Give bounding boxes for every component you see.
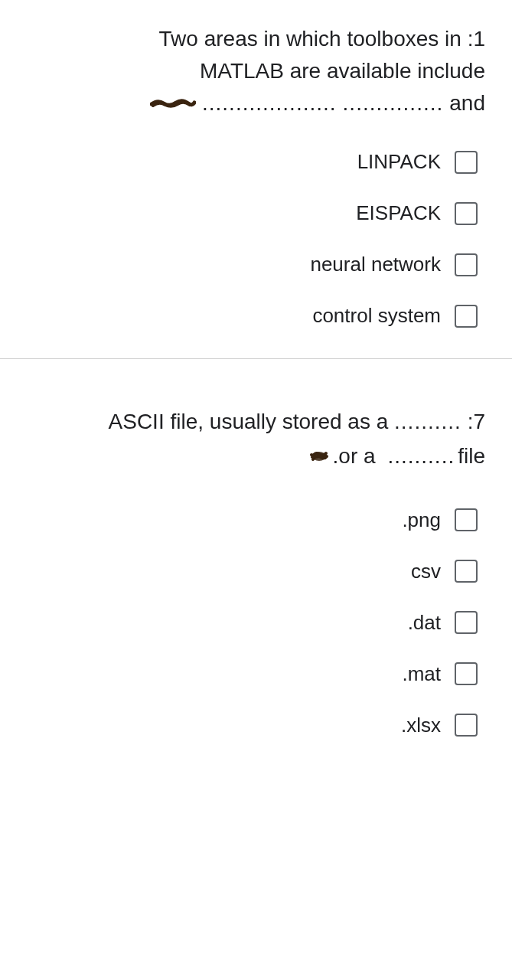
q1-line1: Two areas in which toolboxes in [159,27,461,51]
option-row: csv [411,560,478,583]
option-row: .xlsx [401,714,478,737]
q2-file: file [458,439,485,474]
q2-dots2: .......... [387,439,455,474]
option-row: control system [312,304,478,328]
checkbox-xlsx[interactable] [455,714,478,737]
option-label: csv [411,560,441,583]
q1-options: LINPACK EISPACK neural network control s… [27,150,485,328]
checkbox-mat[interactable] [455,662,478,685]
option-label: EISPACK [356,201,441,225]
q2-or-a: .or a [333,439,376,474]
option-label: control system [312,304,441,328]
option-label: LINPACK [357,150,441,174]
scribble-icon [308,448,330,465]
q1-and: and [449,87,485,119]
checkbox-control-system[interactable] [455,305,478,328]
question-2-text: ASCII file, usually stored as a ........… [19,405,485,474]
option-row: LINPACK [357,150,478,174]
q1-dots1: .................... [202,87,337,119]
checkbox-eispack[interactable] [455,202,478,225]
option-label: neural network [310,253,441,276]
q2-number: :7 [468,410,485,433]
checkbox-dat[interactable] [455,611,478,634]
scribble-icon [150,100,196,110]
option-label: .png [402,508,441,532]
q1-number: :1 [468,27,485,51]
option-row: EISPACK [356,201,478,225]
option-row: .mat [402,662,478,686]
question-1-block: Two areas in which toolboxes in :1 MATLA… [0,0,512,358]
q2-line1-pre: ASCII file, usually stored as a [109,410,389,433]
svg-point-0 [312,452,326,461]
option-label: .xlsx [401,714,441,737]
checkbox-csv[interactable] [455,560,478,583]
q2-dots1: .......... [394,410,461,433]
option-row: .dat [408,611,478,635]
checkbox-png[interactable] [455,508,478,531]
q1-dots2: ............... [343,87,444,119]
q2-options: .png csv .dat .mat .xlsx [19,508,485,737]
question-1-text: Two areas in which toolboxes in :1 MATLA… [27,23,485,119]
question-2-block: ASCII file, usually stored as a ........… [0,359,512,753]
checkbox-linpack[interactable] [455,151,478,174]
option-label: .dat [408,611,441,635]
option-row: .png [402,508,478,532]
option-row: neural network [310,253,478,276]
q1-line2: MATLAB are available include [27,55,485,87]
option-label: .mat [402,662,441,686]
checkbox-neural-network[interactable] [455,253,478,276]
